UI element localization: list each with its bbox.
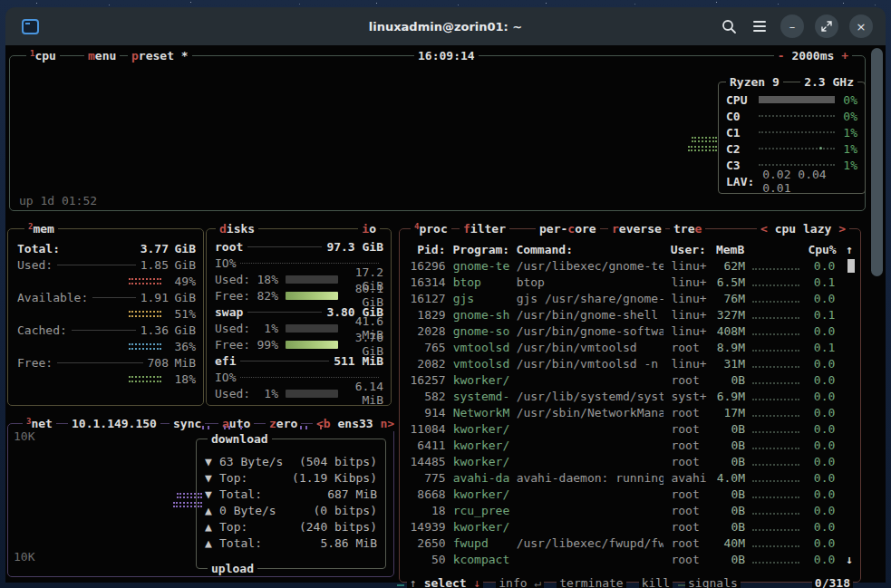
process-cpu-graph-dots bbox=[752, 431, 799, 433]
process-row[interactable]: 18rcu_preeroot0B0.0 bbox=[400, 502, 860, 518]
process-cpu-graph bbox=[752, 275, 801, 289]
tree-button[interactable]: tree bbox=[670, 221, 705, 236]
process-cpu-percent: 0.0 bbox=[809, 259, 835, 273]
interval-decrease-button[interactable]: - bbox=[778, 49, 785, 63]
process-row[interactable]: 775avahi-daavahi-daemon: runningavahi4.0… bbox=[400, 469, 860, 486]
close-button[interactable]: × bbox=[849, 14, 873, 38]
process-program: avahi-da bbox=[453, 471, 509, 485]
core-label: C2 bbox=[726, 142, 759, 156]
sort-next-button[interactable]: > bbox=[838, 222, 846, 236]
col-mem[interactable]: MemB bbox=[714, 243, 744, 256]
info-button[interactable]: info ↵ bbox=[496, 576, 544, 588]
col-user[interactable]: User: bbox=[671, 243, 708, 256]
process-command: /usr/sbin/NetworkMana bbox=[517, 406, 664, 419]
process-row[interactable]: 6411kworker/root0B0.0 bbox=[400, 437, 860, 453]
process-row[interactable]: 50kcompactroot0B0.0↓ bbox=[400, 551, 860, 567]
select-button[interactable]: ↑ select ↓ bbox=[407, 576, 483, 588]
core-percent: 0% bbox=[835, 93, 857, 107]
process-mem: 4.0M bbox=[715, 471, 745, 485]
core-meter bbox=[759, 164, 835, 166]
process-cpu-percent: 0.0 bbox=[809, 455, 835, 468]
process-row[interactable]: 14485kworker/root0B0.0 bbox=[400, 453, 860, 469]
process-row[interactable]: 8668kworker/root0B0.0 bbox=[400, 486, 860, 502]
mem-label: Free: bbox=[17, 356, 53, 370]
reverse-button[interactable]: reverse bbox=[608, 221, 665, 236]
hamburger-menu-icon[interactable] bbox=[750, 16, 770, 36]
sync-button[interactable]: sync bbox=[169, 416, 205, 431]
per-core-button[interactable]: per-core bbox=[536, 221, 600, 236]
disk-usage-bar bbox=[286, 324, 338, 333]
process-list-scrollbar[interactable] bbox=[847, 259, 855, 273]
col-cpu[interactable]: Cpu% bbox=[808, 243, 835, 256]
zero-button[interactable]: zero bbox=[266, 416, 301, 431]
interface-switcher[interactable]: <b ens33 n> bbox=[313, 416, 398, 431]
process-row[interactable]: 16257kworker/root0B0.0 bbox=[400, 371, 860, 388]
disk-size: 97.3 GiB bbox=[326, 240, 383, 254]
col-command[interactable]: Command: bbox=[516, 243, 663, 256]
process-row[interactable]: 14939kworker/root0B0.0 bbox=[400, 518, 860, 535]
process-cpu-graph bbox=[752, 308, 801, 322]
upload-arrow-icon: ▲ bbox=[205, 520, 219, 534]
disk-meter-label: Used: bbox=[215, 387, 253, 400]
process-cpu-percent: 0.1 bbox=[809, 275, 835, 289]
col-program[interactable]: Program: bbox=[453, 243, 509, 256]
proc-box-title[interactable]: 4proc bbox=[411, 221, 451, 238]
cpu-box-title[interactable]: 1cpu bbox=[26, 48, 60, 65]
minimize-button[interactable]: – bbox=[780, 14, 804, 38]
process-user: root bbox=[671, 487, 708, 501]
net-stat-value: (1.19 Kibps) bbox=[292, 471, 377, 485]
process-row[interactable]: 765vmtoolsd/usr/bin/vmtoolsdroot8.9M0.1 bbox=[400, 339, 860, 355]
process-row[interactable]: 16296gnome-te/usr/libexec/gnome-telinu+6… bbox=[400, 257, 860, 274]
process-program: kworker/ bbox=[453, 455, 509, 468]
search-icon[interactable] bbox=[719, 16, 739, 36]
process-pid: 14485 bbox=[407, 455, 446, 468]
process-user: root bbox=[671, 422, 708, 436]
process-user: avahi bbox=[671, 471, 708, 485]
process-row[interactable]: 2650fwupd/usr/libexec/fwupd/fwroot40M0.0 bbox=[400, 535, 860, 551]
net-graph-spike bbox=[208, 426, 209, 429]
signals-button[interactable]: signals bbox=[685, 576, 741, 588]
download-arrow-icon: ▼ bbox=[205, 455, 219, 468]
preset-button[interactable]: preset * bbox=[128, 48, 192, 63]
interval-increase-button[interactable]: + bbox=[841, 49, 848, 63]
menu-button[interactable]: menu bbox=[84, 48, 120, 63]
process-row[interactable]: 16314btopbtoplinu+6.5M0.1 bbox=[400, 274, 860, 290]
process-row[interactable]: 2028gnome-so/usr/bin/gnome-softwalinu+40… bbox=[400, 323, 860, 339]
process-row[interactable]: 1829gnome-sh/usr/bin/gnome-shelllinu+327… bbox=[400, 306, 860, 323]
kill-button[interactable]: kill bbox=[639, 576, 673, 588]
process-cpu-graph bbox=[752, 422, 801, 436]
mem-box-title[interactable]: 2mem bbox=[24, 221, 58, 238]
process-row[interactable]: 2082vmtoolsd/usr/bin/vmtoolsd -nlinu+31M… bbox=[400, 355, 860, 371]
filter-button[interactable]: filter bbox=[460, 221, 509, 236]
upload-label: upload bbox=[208, 561, 257, 576]
process-row[interactable]: 582systemd-/usr/lib/systemd/systsyst+6.9… bbox=[400, 388, 860, 404]
io-mode-button[interactable]: io bbox=[358, 221, 380, 236]
process-cpu-percent: 0.0 bbox=[809, 373, 835, 387]
core-row: C11% bbox=[719, 124, 865, 140]
process-mem: 76M bbox=[715, 292, 745, 305]
core-percent: 0% bbox=[835, 110, 857, 123]
col-pid[interactable]: Pid: bbox=[407, 243, 446, 256]
disk-usage-bar bbox=[286, 292, 338, 300]
terminate-button[interactable]: terminate bbox=[557, 576, 625, 588]
disks-box-title[interactable]: disks bbox=[216, 221, 258, 236]
scroll-down-icon[interactable]: ↓ bbox=[842, 553, 853, 566]
sort-direction-icon[interactable]: ↑ bbox=[842, 243, 853, 256]
process-cpu-graph bbox=[752, 439, 801, 452]
process-row[interactable]: 16127gjsgjs /usr/share/gnome-linu+76M0.0 bbox=[400, 290, 860, 306]
iface-next-button[interactable]: n> bbox=[380, 417, 394, 430]
cpu-box: 1cpu menu preset * 16:09:14 - 2000ms + R… bbox=[9, 55, 866, 211]
terminal-scrollbar[interactable] bbox=[871, 48, 883, 276]
maximize-button[interactable] bbox=[815, 14, 838, 38]
core-meter bbox=[759, 131, 835, 133]
core-percent: 1% bbox=[835, 142, 857, 156]
net-stat-row: ▲Total:5.86 MiB bbox=[197, 535, 385, 551]
sort-prev-button[interactable]: < bbox=[760, 222, 768, 236]
iface-prev-button[interactable]: <b bbox=[316, 417, 331, 430]
mem-usage-meter bbox=[129, 376, 161, 382]
process-row[interactable]: 914NetworkM/usr/sbin/NetworkManaroot17M0… bbox=[400, 404, 860, 420]
disk-meter-label: Free: bbox=[215, 289, 253, 303]
process-user: root bbox=[671, 553, 708, 566]
proc-table-header: Pid: Program: Command: User: MemB Cpu% ↑ bbox=[400, 241, 860, 257]
process-row[interactable]: 11084kworker/root0B0.0 bbox=[400, 420, 860, 437]
